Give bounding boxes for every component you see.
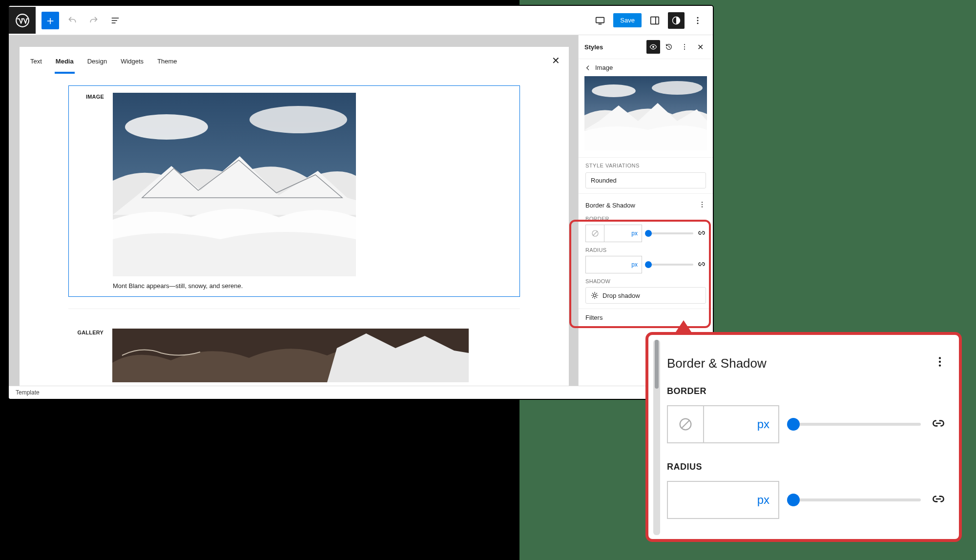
callout-border-input[interactable]: px [667, 405, 779, 443]
drop-shadow-label: Drop shadow [602, 292, 640, 299]
footer-template-label: Template [16, 389, 40, 396]
sidebar-more-button[interactable] [678, 40, 691, 54]
link-icon [697, 228, 706, 237]
callout-scrollbar [653, 340, 660, 535]
wordpress-icon [16, 14, 29, 27]
border-shadow-callout: Border & Shadow BORDER px RADIUS px [645, 332, 962, 542]
wordpress-logo[interactable] [9, 7, 36, 34]
border-shadow-section: Border & Shadow BORDER px RADIUS [579, 193, 713, 309]
link-icon [931, 491, 946, 507]
gallery-block-label: GALLERY [75, 329, 104, 384]
tab-design[interactable]: Design [86, 55, 108, 74]
svg-point-17 [592, 84, 636, 97]
footer-bar: Template [9, 386, 713, 399]
view-desktop-button[interactable] [592, 12, 608, 29]
undo-button[interactable] [64, 12, 81, 29]
svg-point-34 [939, 361, 941, 363]
svg-point-14 [684, 46, 685, 47]
image-block-preview[interactable]: IMAGE [68, 85, 520, 297]
no-color-icon [591, 229, 600, 238]
border-width-input[interactable]: px [585, 225, 642, 242]
history-icon [665, 43, 673, 51]
callout-radius-label: RADIUS [667, 462, 946, 472]
callout-border-color-swatch[interactable] [668, 406, 704, 442]
tab-widgets[interactable]: Widgets [120, 55, 145, 74]
radius-label: RADIUS [585, 247, 706, 253]
svg-point-12 [652, 46, 654, 48]
editor-window: ＋ Save [8, 5, 714, 400]
more-options-button[interactable] [689, 12, 706, 29]
close-icon: ✕ [552, 55, 560, 66]
svg-point-6 [697, 20, 699, 21]
svg-line-23 [593, 231, 597, 236]
unlink-radius-button[interactable] [697, 260, 706, 270]
inserter-tabs: Text Media Design Widgets Theme ✕ [20, 47, 569, 74]
eye-icon [649, 43, 657, 51]
border-width-slider[interactable] [646, 229, 693, 237]
chevron-left-icon [584, 64, 591, 71]
sidebar-breadcrumb[interactable]: Image [579, 59, 713, 76]
close-sidebar-button[interactable]: ✕ [693, 40, 707, 54]
top-toolbar: ＋ Save [9, 6, 713, 35]
svg-point-33 [939, 357, 941, 359]
block-inserter-panel: Text Media Design Widgets Theme ✕ IMAGE [20, 47, 569, 389]
gallery-image [112, 329, 469, 382]
dots-vertical-icon [681, 43, 688, 51]
callout-title: Border & Shadow [667, 356, 767, 371]
border-unit: px [604, 225, 642, 242]
shadow-label: SHADOW [585, 278, 706, 284]
save-button[interactable]: Save [613, 13, 642, 27]
add-block-button[interactable]: ＋ [42, 12, 59, 29]
close-inserter-button[interactable]: ✕ [552, 55, 560, 66]
preview-thumb-icon [584, 76, 707, 150]
no-color-icon [677, 416, 694, 433]
redo-icon [89, 16, 99, 25]
radius-unit: px [586, 256, 642, 273]
svg-point-5 [697, 17, 699, 18]
style-variations-section: STYLE VARIATIONS Rounded [579, 157, 713, 193]
svg-rect-2 [651, 17, 659, 24]
panel-icon [649, 15, 660, 26]
styles-panel-button[interactable] [668, 12, 685, 29]
mountain-image [113, 93, 356, 276]
callout-more-button[interactable] [934, 355, 946, 372]
border-color-swatch[interactable] [586, 225, 604, 242]
callout-unlink-radius-button[interactable] [931, 491, 946, 509]
revisions-button[interactable] [662, 40, 676, 54]
svg-point-19 [702, 202, 703, 203]
radius-slider[interactable] [646, 261, 693, 269]
dots-vertical-icon [693, 16, 703, 25]
unlink-border-button[interactable] [697, 228, 706, 239]
document-overview-button[interactable] [107, 12, 124, 29]
callout-border-slider[interactable] [789, 417, 921, 432]
svg-point-24 [593, 294, 596, 296]
callout-unlink-border-button[interactable] [931, 415, 946, 433]
drop-shadow-button[interactable]: Drop shadow [585, 287, 706, 304]
editor-canvas-area: Text Media Design Widgets Theme ✕ IMAGE [9, 35, 580, 392]
style-variations-label: STYLE VARIATIONS [585, 163, 706, 168]
image-block-label: IMAGE [76, 93, 104, 290]
gallery-block-preview[interactable]: GALLERY [68, 309, 520, 389]
rounded-variation[interactable]: Rounded [585, 172, 706, 188]
svg-point-18 [652, 81, 703, 95]
svg-line-29 [592, 293, 593, 293]
border-shadow-more-button[interactable] [698, 201, 706, 210]
svg-line-37 [682, 420, 690, 429]
tab-media[interactable]: Media [55, 55, 75, 74]
callout-radius-input[interactable]: px [667, 481, 779, 519]
settings-panel-button[interactable] [646, 12, 663, 29]
link-icon [697, 260, 706, 269]
contrast-icon [671, 16, 681, 25]
svg-point-15 [684, 49, 685, 50]
redo-button[interactable] [85, 12, 102, 29]
radius-input[interactable]: px [585, 256, 642, 273]
list-icon [110, 16, 120, 25]
undo-icon [67, 16, 77, 25]
link-icon [931, 415, 946, 431]
sidebar-header: Styles ✕ [579, 35, 713, 59]
svg-point-35 [939, 364, 941, 366]
tab-text[interactable]: Text [29, 55, 43, 74]
stylebook-button[interactable] [646, 40, 660, 54]
tab-theme[interactable]: Theme [156, 55, 178, 74]
callout-radius-slider[interactable] [789, 493, 921, 507]
